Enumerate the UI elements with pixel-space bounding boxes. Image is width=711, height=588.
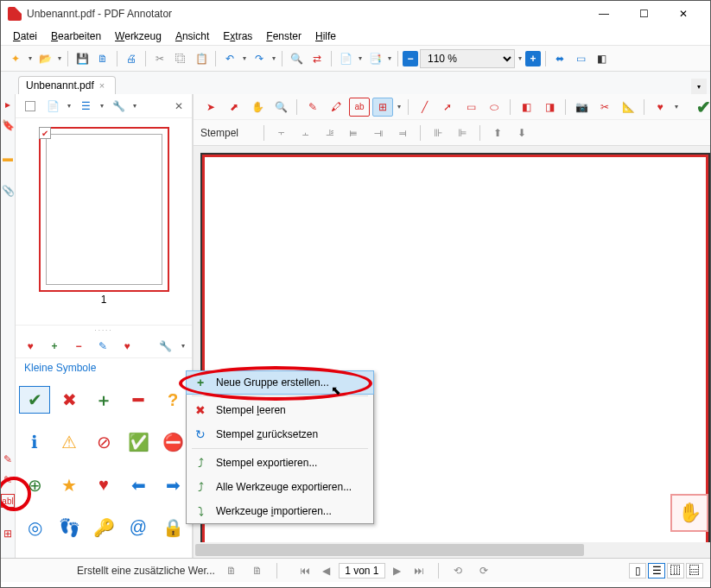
- stamp-arrow-left[interactable]: ⬅: [123, 471, 154, 499]
- menu-help[interactable]: Hilfe: [310, 28, 341, 44]
- stamp-plus-circle[interactable]: ⊕: [19, 471, 50, 499]
- ellipse-tool[interactable]: ⬭: [484, 98, 505, 117]
- fav-heart-icon[interactable]: ♥: [21, 337, 40, 356]
- menu-view[interactable]: Ansicht: [170, 28, 214, 44]
- heart-tool[interactable]: ♥: [650, 98, 670, 117]
- prev-page-button[interactable]: ◀: [317, 561, 336, 580]
- panel-wrench-button[interactable]: 🔧: [109, 97, 128, 116]
- panel-page-button[interactable]: 📄: [43, 97, 62, 116]
- view-two-continuous[interactable]: ⿳: [686, 563, 703, 579]
- save-as-button[interactable]: 🗎: [93, 49, 112, 68]
- maximize-button[interactable]: ☐: [624, 1, 663, 27]
- copy-button[interactable]: ⿻: [171, 49, 190, 68]
- stamp-minus-red[interactable]: ━: [123, 386, 154, 414]
- apply-button[interactable]: ✔: [682, 96, 711, 118]
- zoom-dropdown[interactable]: ▾: [517, 49, 524, 68]
- panel-list-button[interactable]: ☰: [76, 97, 95, 116]
- fav-wrench-button[interactable]: 🔧: [156, 337, 175, 356]
- crop-tool[interactable]: ✂: [594, 98, 615, 117]
- menu-edit[interactable]: Bearbeiten: [46, 28, 106, 44]
- new-dropdown[interactable]: ▾: [27, 49, 34, 68]
- paste-button[interactable]: 📋: [192, 49, 211, 68]
- distribute-v[interactable]: ⊫: [453, 123, 472, 142]
- line-tool[interactable]: ╱: [414, 98, 435, 117]
- doc-tab[interactable]: Unbenannt.pdf ×: [18, 76, 116, 94]
- stamp-lock[interactable]: 🔒: [157, 514, 188, 541]
- close-button[interactable]: ✕: [663, 1, 703, 27]
- save-button[interactable]: 💾: [73, 49, 92, 68]
- ctx-clear-stamps[interactable]: ✖ Stempel leeren: [187, 398, 373, 422]
- horizontal-scrollbar[interactable]: [194, 542, 711, 558]
- stamp-check-green[interactable]: ✔: [19, 386, 50, 414]
- fav-add-button[interactable]: +: [45, 337, 64, 356]
- open-dropdown[interactable]: ▾: [56, 49, 63, 68]
- send-back[interactable]: ⬇: [512, 123, 531, 142]
- new-doc-button[interactable]: ✦: [6, 49, 25, 68]
- undo-button[interactable]: ↶: [220, 49, 239, 68]
- delete-dropdown[interactable]: ▾: [386, 49, 393, 68]
- bring-front[interactable]: ⬆: [488, 123, 507, 142]
- fav-heart2-icon[interactable]: ♥: [117, 337, 136, 356]
- measure-tool[interactable]: 📐: [618, 98, 638, 117]
- stamp-heart[interactable]: ♥: [88, 471, 119, 499]
- menu-window[interactable]: Fenster: [261, 28, 307, 44]
- ctx-new-group[interactable]: + Neue Gruppe erstellen...: [186, 370, 374, 395]
- tab-overflow[interactable]: ▾: [691, 79, 707, 94]
- rail-notes-icon[interactable]: ▬: [1, 151, 15, 165]
- stamp-target[interactable]: ◎: [19, 514, 50, 541]
- favorites-section-label[interactable]: Kleine Symbole: [16, 358, 192, 381]
- zoom-out-button[interactable]: −: [403, 51, 418, 66]
- stamp-info[interactable]: ℹ: [19, 428, 50, 456]
- fullscreen-button[interactable]: ◧: [592, 49, 611, 68]
- search-button[interactable]: 🔍: [287, 49, 306, 68]
- align-left[interactable]: ⫟: [272, 123, 291, 142]
- menu-extras[interactable]: Extras: [218, 28, 257, 44]
- ctx-reset-stamps[interactable]: ↻ Stempel zurücksetzen: [187, 422, 373, 446]
- panel-check-button[interactable]: [21, 97, 40, 116]
- stamp-key[interactable]: 🔑: [88, 514, 119, 541]
- align-center-h[interactable]: ⫠: [296, 123, 315, 142]
- ctx-import-tools[interactable]: ⤵ Werkzeuge importieren...: [187, 499, 373, 523]
- eraser2-tool[interactable]: ◨: [539, 98, 560, 117]
- print-button[interactable]: 🖨: [122, 49, 141, 68]
- view-continuous[interactable]: ☰: [648, 563, 665, 579]
- zoom-in-button[interactable]: +: [525, 51, 541, 66]
- redo-button[interactable]: ↷: [250, 49, 269, 68]
- text-tool[interactable]: ab: [349, 98, 370, 117]
- ctx-export-stamps[interactable]: ⤴ Stempel exportieren...: [187, 451, 373, 475]
- arrow-tool[interactable]: ➚: [437, 98, 458, 117]
- align-bottom[interactable]: ⫤: [393, 123, 412, 142]
- eraser-tool[interactable]: ◧: [516, 98, 536, 117]
- cut-button[interactable]: ✂: [150, 49, 169, 68]
- pan-button[interactable]: ✋: [670, 494, 708, 532]
- nav-back-button[interactable]: ⟲: [448, 561, 467, 580]
- rail-text-icon[interactable]: abl: [1, 494, 15, 508]
- stamp-x-red[interactable]: ✖: [54, 386, 85, 414]
- rect-tool[interactable]: ▭: [460, 98, 481, 117]
- page-input[interactable]: [339, 563, 385, 579]
- rail-pen2-icon[interactable]: ✎: [1, 473, 15, 487]
- menu-file[interactable]: Datei: [8, 28, 42, 44]
- stamp-footprints[interactable]: 👣: [54, 514, 85, 541]
- next-page-button[interactable]: ▶: [388, 561, 407, 580]
- menu-tool[interactable]: Werkzeug: [110, 28, 167, 44]
- status-doc-icon[interactable]: 🗎: [222, 561, 241, 580]
- cursor-tool[interactable]: ➤: [200, 98, 221, 117]
- align-right[interactable]: ⫡: [321, 123, 340, 142]
- replace-button[interactable]: ⇄: [308, 49, 327, 68]
- thumb-checkbox[interactable]: ✔: [39, 127, 51, 139]
- panel-close-button[interactable]: ✕: [171, 98, 187, 114]
- rail-pages-icon[interactable]: ▸: [1, 98, 15, 111]
- stamp-plus-green[interactable]: ＋: [88, 386, 119, 414]
- view-two-page[interactable]: ⿲: [667, 563, 684, 579]
- open-button[interactable]: 📂: [35, 49, 54, 68]
- stamp-arrow-right[interactable]: ➡: [157, 471, 188, 499]
- page-thumbnail[interactable]: ✔: [39, 127, 169, 292]
- pen-tool[interactable]: ✎: [302, 98, 323, 117]
- tab-close-icon[interactable]: ×: [99, 80, 105, 91]
- zoom-tool[interactable]: 🔍: [270, 98, 291, 117]
- stamp-ok[interactable]: ✅: [123, 428, 154, 456]
- stamp-tool[interactable]: ⊞: [372, 98, 393, 117]
- status-doc2-icon[interactable]: 🗎: [248, 561, 267, 580]
- insert-dropdown[interactable]: ▾: [357, 49, 364, 68]
